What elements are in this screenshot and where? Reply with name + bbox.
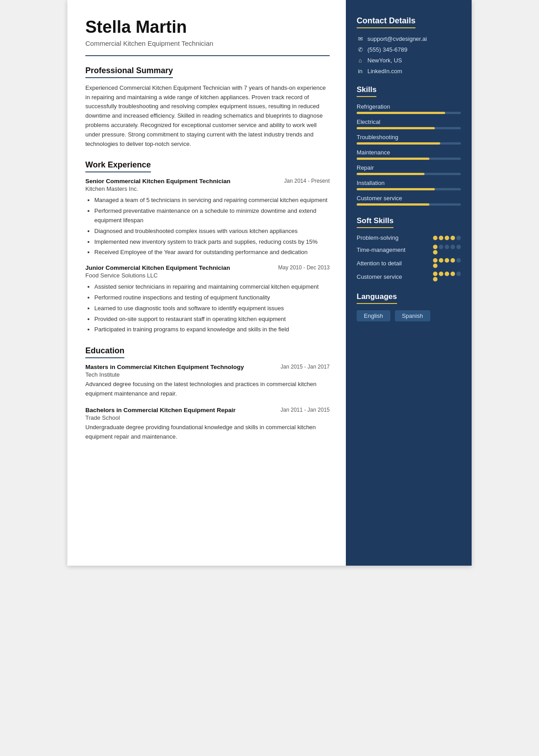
professional-summary-section: Professional Summary Experienced Commerc… [85, 66, 330, 149]
contact-icon: ✆ [357, 46, 364, 53]
skill-item: Maintenance [357, 149, 461, 160]
job-header: Senior Commercial Kitchen Equipment Tech… [85, 178, 330, 185]
job-company: Food Service Solutions LLC [85, 272, 330, 279]
work-experience-section: Work Experience Senior Commercial Kitche… [85, 160, 330, 334]
contact-title: Contact Details [357, 16, 415, 28]
contact-item: ⌂NewYork, US [357, 57, 461, 64]
education-item: Masters in Commercial Kitchen Equipment … [85, 364, 330, 399]
skill-item: Electrical [357, 119, 461, 129]
languages-list: EnglishSpanish [357, 310, 461, 321]
dot [445, 272, 449, 276]
list-item: Provided on-site support to restaurant s… [94, 315, 330, 324]
dot [445, 245, 449, 249]
edu-degree: Masters in Commercial Kitchen Equipment … [85, 364, 244, 370]
skills-list: RefrigerationElectricalTroubleshootingMa… [357, 103, 461, 206]
dot [451, 258, 455, 263]
contact-item: ✉support@cvdesigner.ai [357, 35, 461, 42]
skill-bar-fill [357, 188, 435, 190]
job-title-name: Junior Commercial Kitchen Equipment Tech… [85, 264, 230, 271]
dot [445, 258, 449, 263]
skills-section: Skills RefrigerationElectricalTroublesho… [357, 85, 461, 206]
skill-item: Customer service [357, 195, 461, 206]
contact-item: inLinkedIn.com [357, 68, 461, 75]
dot [451, 245, 455, 249]
right-column: Contact Details ✉support@cvdesigner.ai✆(… [346, 0, 472, 566]
skill-bar-fill [357, 203, 429, 206]
education-list: Masters in Commercial Kitchen Equipment … [85, 364, 330, 441]
edu-header: Masters in Commercial Kitchen Equipment … [85, 364, 330, 370]
contact-text: (555) 345-6789 [367, 46, 407, 53]
edu-desc: Advanced degree focusing on the latest t… [85, 380, 330, 399]
skill-name: Troubleshooting [357, 134, 461, 141]
soft-skill-name: Attention to detail [357, 260, 433, 267]
header-divider [85, 55, 330, 56]
dots-row [433, 258, 461, 263]
job-bullets: Managed a team of 5 technicians in servi… [85, 196, 330, 257]
skill-item: Installation [357, 180, 461, 190]
job-dates: Jan 2014 - Present [284, 178, 330, 184]
dot [439, 258, 443, 263]
contact-list: ✉support@cvdesigner.ai✆(555) 345-6789⌂Ne… [357, 35, 461, 75]
soft-skills-list: Problem-solvingTime-managementAttention … [357, 234, 461, 281]
dots-row [433, 245, 461, 249]
contact-item: ✆(555) 345-6789 [357, 46, 461, 53]
dots-row [433, 264, 437, 268]
edu-header: Bachelors in Commercial Kitchen Equipmen… [85, 407, 330, 413]
dots-row [433, 272, 461, 276]
skill-bar-bg [357, 203, 461, 206]
soft-skill-item: Time-management [357, 245, 461, 255]
job-header: Junior Commercial Kitchen Equipment Tech… [85, 264, 330, 271]
list-item: Managed a team of 5 technicians in servi… [94, 196, 330, 205]
contact-text: LinkedIn.com [367, 68, 402, 75]
soft-skills-section: Soft Skills Problem-solvingTime-manageme… [357, 216, 461, 281]
skill-name: Refrigeration [357, 103, 461, 110]
soft-skill-name: Customer service [357, 273, 433, 280]
education-item: Bachelors in Commercial Kitchen Equipmen… [85, 407, 330, 442]
left-column: Stella Martin Commercial Kitchen Equipme… [67, 0, 346, 566]
language-badge: Spanish [395, 310, 430, 321]
dot [456, 236, 461, 240]
soft-skill-name: Problem-solving [357, 234, 433, 241]
skill-item: Repair [357, 164, 461, 175]
list-item: Diagnosed and troubleshooted complex iss… [94, 227, 330, 236]
soft-skill-name: Time-management [357, 246, 433, 253]
contact-icon: in [357, 68, 364, 75]
job-title-name: Senior Commercial Kitchen Equipment Tech… [85, 178, 230, 185]
jobs-list: Senior Commercial Kitchen Equipment Tech… [85, 178, 330, 334]
candidate-name: Stella Martin [85, 18, 330, 37]
dot [433, 236, 437, 240]
dot [451, 236, 455, 240]
skill-bar-fill [357, 142, 440, 145]
skill-bar-bg [357, 188, 461, 190]
skill-bar-fill [357, 127, 435, 129]
languages-section: Languages EnglishSpanish [357, 292, 461, 321]
skill-name: Installation [357, 180, 461, 186]
contact-icon: ✉ [357, 35, 364, 42]
dots-row [433, 236, 461, 240]
skill-bar-bg [357, 158, 461, 160]
dot [451, 272, 455, 276]
contact-icon: ⌂ [357, 57, 364, 64]
edu-school: Trade School [85, 414, 330, 421]
skill-bar-bg [357, 142, 461, 145]
skill-bar-fill [357, 112, 445, 114]
soft-skill-item: Attention to detail [357, 258, 461, 268]
languages-title: Languages [357, 292, 397, 304]
list-item: Learned to use diagnostic tools and soft… [94, 304, 330, 313]
list-item: Performed routine inspections and testin… [94, 293, 330, 303]
dots-container [433, 272, 461, 281]
skill-name: Repair [357, 164, 461, 171]
dot [433, 245, 437, 249]
edu-desc: Undergraduate degree providing foundatio… [85, 423, 330, 442]
edu-dates: Jan 2011 - Jan 2015 [281, 407, 330, 413]
job-item: Junior Commercial Kitchen Equipment Tech… [85, 264, 330, 334]
dots-container [433, 236, 461, 240]
skill-item: Refrigeration [357, 103, 461, 114]
dots-container [433, 258, 461, 268]
job-bullets: Assisted senior technicians in repairing… [85, 282, 330, 334]
dots-container [433, 245, 461, 255]
skill-bar-fill [357, 158, 429, 160]
dot [456, 258, 461, 263]
soft-skill-item: Problem-solving [357, 234, 461, 241]
skill-bar-fill [357, 173, 424, 175]
